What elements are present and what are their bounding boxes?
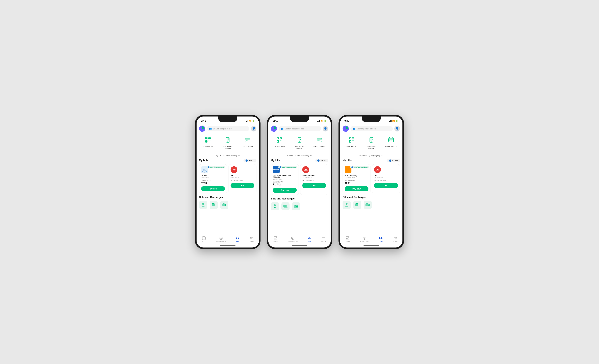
user-avatar-2[interactable]: 👤 (323, 126, 328, 131)
svg-rect-65 (274, 237, 277, 240)
check-balance-action-1[interactable]: Check Balance (241, 136, 254, 150)
svg-rect-103 (346, 237, 349, 240)
svg-rect-44 (278, 141, 279, 142)
home-bar-3 (363, 245, 379, 246)
recharge-icon-2c[interactable] (292, 202, 300, 210)
jio-recharge-btn-3[interactable]: Re (374, 183, 398, 188)
pay-mobile-action-2[interactable]: Pay Mobile Number (293, 136, 306, 150)
screen-3: 9:41 📶 🔋 (340, 116, 403, 248)
check-balance-icon-2 (315, 136, 323, 144)
svg-marker-73 (309, 237, 311, 239)
phone-3: 9:41 📶 🔋 (338, 115, 404, 249)
check-balance-action-3[interactable]: Check Balance (385, 136, 397, 150)
nav-mutual-funds-3[interactable]: Mutual Funds (360, 236, 369, 242)
upi-copy-icon-3[interactable]: ⧉ (382, 154, 383, 157)
svg-rect-47 (280, 142, 281, 142)
recharge-icon-3[interactable] (220, 201, 228, 209)
pay-icon-3 (379, 236, 383, 240)
nav-loans-1[interactable]: Loans (250, 236, 254, 242)
bescom-pay-btn[interactable]: Pay now (273, 188, 297, 193)
recharge-icon-3b[interactable] (353, 201, 361, 209)
recharge-icon-3c[interactable] (364, 201, 372, 209)
bills-amount-badge-3[interactable]: 🔵 ₹1011 (387, 159, 400, 162)
pay-mobile-label-1: Pay Mobile Number (221, 145, 234, 150)
search-bar-1[interactable]: 👥 Search people or bills (207, 126, 249, 131)
scan-qr-action-2[interactable]: Scan any QR (273, 136, 286, 150)
jio-logo-1: Jio (230, 166, 238, 173)
svg-point-97 (346, 203, 348, 205)
pay-mobile-action-1[interactable]: Pay Mobile Number (221, 136, 234, 150)
upi-copy-icon-1[interactable]: ⧉ (238, 154, 240, 157)
bills-amount-badge-2[interactable]: 🔵 ₹1011 (315, 159, 328, 162)
nav-loans-3[interactable]: Loans (393, 236, 397, 242)
nav-mutual-funds-1[interactable]: Mutual Funds (216, 236, 226, 242)
svg-rect-55 (319, 140, 320, 141)
svg-rect-17 (247, 140, 248, 141)
upi-copy-icon-2[interactable]: ⧉ (310, 154, 312, 157)
stocks-icon-2 (274, 236, 278, 240)
avatar-icon-3: 👤 (395, 127, 399, 130)
nav-pay-3[interactable]: Pay (379, 236, 383, 242)
recharge-icon-2[interactable] (210, 201, 218, 209)
bills-section-1: My bills 🔵 ₹1011 🔵 Upto ₹100 Cashback (197, 159, 259, 193)
upi-section-3: My UPI ID : jdawg@yesg ⧉ (340, 152, 403, 159)
svg-marker-34 (238, 237, 239, 239)
svg-rect-98 (355, 204, 358, 206)
svg-marker-72 (308, 237, 309, 239)
svg-point-28 (220, 238, 221, 239)
nav-pay-2[interactable]: Pay (308, 236, 311, 242)
scan-qr-action-3[interactable]: Scan any QR (345, 136, 358, 150)
status-icons-1: 📶 🔋 (246, 120, 255, 122)
jvvnl-bill-card[interactable]: 🔵 Upto ₹100 Cashback JVV JVVNL 39750109 (199, 164, 227, 193)
recharge-icon-2b[interactable] (282, 202, 290, 210)
nav-mutual-funds-2[interactable]: Mutual Funds (288, 236, 298, 242)
svg-rect-50 (299, 138, 300, 141)
home-bar-2 (292, 245, 307, 246)
pay-mobile-action-3[interactable]: Pay Mobile Number (365, 136, 378, 150)
user-avatar-3[interactable]: 👤 (394, 126, 400, 131)
cashback-badge-bescom: 🔵 Upto ₹100 Cashback (278, 166, 297, 168)
jvvnl-pay-btn[interactable]: Pay now (201, 186, 225, 191)
bills-amount-badge-1[interactable]: 🔵 ₹1011 (244, 159, 256, 162)
screen-2: 9:41 📶 🔋 (268, 116, 331, 248)
home-indicator-3 (340, 244, 403, 248)
search-bar-3[interactable]: 👥 Search people or bills (350, 126, 393, 131)
airtel-recharge-btn[interactable]: Re (302, 183, 326, 188)
nav-stocks-3[interactable]: Stocks (345, 236, 350, 242)
svg-rect-14 (245, 138, 250, 142)
icici-bill-card[interactable]: 🔵 Upto ₹100 Cashback i ICICI FASTag KA (343, 164, 370, 193)
nav-loans-2[interactable]: Loans (321, 236, 326, 242)
cashback-icon-icici: 🔵 (351, 166, 353, 168)
signal-icon-3 (389, 120, 392, 122)
jio-bill-card-1[interactable]: Jio Jio 8205227930 📅 Last recharge Re (229, 164, 256, 193)
scan-qr-icon-3 (347, 136, 355, 144)
nav-stocks-1[interactable]: Stocks (202, 236, 206, 242)
bills-recharges-3: Bills and Recharges (340, 193, 403, 210)
airtel-bill-card[interactable]: Airtel Mobile 70518259222 📅 Last recharg… (300, 164, 328, 195)
last-recharge-text-jio-1: Last recharge (233, 180, 243, 181)
status-icons-3: 📶 🔋 (389, 120, 398, 122)
jio-recharge-btn-1[interactable]: Re (230, 183, 255, 188)
recharge-icon-1[interactable] (199, 201, 207, 209)
loans-icon-3 (393, 236, 397, 240)
home-indicator-1 (197, 244, 259, 248)
jio-bill-card-3[interactable]: Jio Jio 9750129274 📅 Last recharge Re (372, 164, 400, 193)
scan-qr-action-1[interactable]: Scan any QR (202, 136, 214, 150)
recharge-icon-2a[interactable] (271, 202, 279, 210)
bescom-bill-card[interactable]: 🔵 Upto ₹100 Cashback BESCOM Bangalore El… (271, 164, 299, 195)
user-avatar-1[interactable]: 👤 (251, 126, 256, 131)
nav-pay-1[interactable]: Pay (236, 236, 240, 242)
check-balance-action-2[interactable]: Check Balance (313, 136, 326, 150)
search-bar-2[interactable]: 👥 Search people or bills (279, 126, 321, 131)
recharge-icon-3a[interactable] (343, 201, 351, 209)
app-header-3: 👥 Search people or bills 👤 (340, 124, 403, 133)
svg-rect-2 (206, 138, 207, 139)
avatar-icon-2: 👤 (324, 127, 327, 130)
bill-cards-1: 🔵 Upto ₹100 Cashback JVV JVVNL 39750109 (199, 164, 256, 193)
svg-point-59 (274, 204, 276, 206)
nav-stocks-2[interactable]: Stocks (273, 236, 278, 242)
svg-marker-110 (379, 237, 381, 239)
nav-pay-label-1: Pay (236, 241, 239, 242)
icici-pay-btn[interactable]: Pay now (344, 186, 369, 191)
bills-header-2: My bills 🔵 ₹1011 (271, 159, 328, 162)
